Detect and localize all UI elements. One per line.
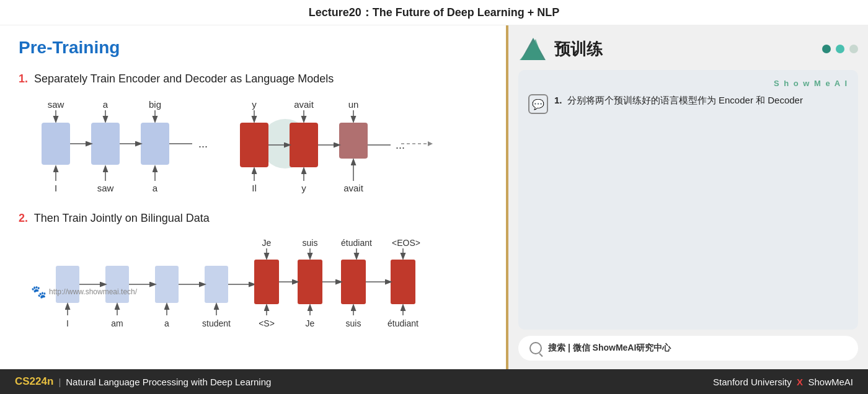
footer-x: X xyxy=(797,377,803,387)
svg-rect-7 xyxy=(91,123,120,165)
svg-rect-8 xyxy=(141,123,169,165)
svg-text:a: a xyxy=(164,318,169,328)
footer-description: Natural Language Processing with Deep Le… xyxy=(66,377,271,387)
svg-text:I: I xyxy=(55,183,57,193)
watermark-url: http://www.showmeai.tech/ xyxy=(49,287,137,296)
svg-rect-53 xyxy=(254,260,279,304)
dot-3[interactable] xyxy=(849,45,858,53)
section1-number: 1. xyxy=(19,72,28,85)
svg-text:Il: Il xyxy=(252,183,257,193)
svg-text:y: y xyxy=(301,183,306,193)
card-header-row: 💬 1. 分别将两个预训练好的语言模型作为 Encoder 和 Decoder xyxy=(528,93,848,114)
search-text: 搜索 | 微信 ShowMeAI研究中心 xyxy=(548,343,671,354)
section2-number: 2. xyxy=(19,212,28,224)
svg-text:avait: avait xyxy=(343,183,364,193)
svg-text:Je: Je xyxy=(306,318,315,328)
footer-course: CS224n xyxy=(15,375,53,388)
footer-pipe: | xyxy=(58,377,61,387)
svg-text:am: am xyxy=(111,318,123,328)
svg-rect-27 xyxy=(290,123,318,167)
svg-text:suis: suis xyxy=(346,318,361,328)
svg-text:Je: Je xyxy=(262,238,272,248)
search-bar[interactable]: 搜索 | 微信 ShowMeAI研究中心 xyxy=(518,336,858,361)
footer-university: Stanford University xyxy=(713,377,792,387)
right-header: 预训练 xyxy=(518,34,858,64)
svg-rect-6 xyxy=(42,123,70,165)
svg-rect-48 xyxy=(205,266,228,303)
chat-icon: 💬 xyxy=(528,94,548,114)
svg-text:I: I xyxy=(66,318,69,328)
slide-panel: Pre-Training 1. Separately Train Encoder… xyxy=(0,25,508,369)
svg-text:student: student xyxy=(202,318,231,328)
svg-text:saw: saw xyxy=(48,99,64,110)
svg-text:saw: saw xyxy=(97,183,114,193)
svg-text:...: ... xyxy=(198,138,208,150)
mountain-icon xyxy=(518,34,548,64)
translation-card: S h o w M e A I 💬 1. 分别将两个预训练好的语言模型作为 En… xyxy=(518,70,858,330)
svg-text:y: y xyxy=(252,99,257,110)
section1-label: Separately Train Encoder and Decoder as … xyxy=(34,72,334,85)
svg-text:<S>: <S> xyxy=(259,318,275,328)
svg-marker-40 xyxy=(428,141,433,146)
chat-icon-symbol: 💬 xyxy=(532,98,544,110)
section2: 2. Then Train Jointly on Bilingual Data xyxy=(19,212,487,225)
footer-left: CS224n | Natural Language Processing wit… xyxy=(15,375,271,388)
footer-showmeai: ShowMeAI xyxy=(808,377,853,387)
svg-text:étudiant: étudiant xyxy=(341,238,372,248)
footer-right: Stanford University X ShowMeAI xyxy=(713,377,853,387)
card-content: 1. 分别将两个预训练好的语言模型作为 Encoder 和 Decoder xyxy=(554,93,848,108)
main-content: Pre-Training 1. Separately Train Encoder… xyxy=(0,25,868,369)
pretraining-zh-title: 预训练 xyxy=(554,38,603,60)
svg-rect-56 xyxy=(391,260,415,304)
svg-text:un: un xyxy=(348,99,359,110)
watermark-icon: 🐾 xyxy=(31,284,46,299)
dot-2[interactable] xyxy=(836,45,844,53)
svg-text:suis: suis xyxy=(303,238,318,248)
svg-text:a: a xyxy=(153,183,158,193)
watermark: 🐾 http://www.showmeai.tech/ xyxy=(31,284,137,299)
right-panel: 预训练 S h o w M e A I 💬 1. 分别将两个预训练好的语言模型作… xyxy=(508,25,868,369)
svg-text:a: a xyxy=(103,99,108,110)
dots-nav xyxy=(822,45,858,53)
diagram1-svg: saw a big ... xyxy=(19,95,484,201)
card-item-1: 1. 分别将两个预训练好的语言模型作为 Encoder 和 Decoder xyxy=(554,93,848,108)
dot-1[interactable] xyxy=(822,45,831,53)
svg-rect-55 xyxy=(341,260,366,304)
svg-text:étudiant: étudiant xyxy=(388,318,418,328)
lecture-header: Lecture20：The Future of Deep Learning + … xyxy=(0,0,868,25)
lecture-title: Lecture20：The Future of Deep Learning + … xyxy=(309,6,560,19)
svg-rect-26 xyxy=(240,123,268,167)
section1: 1. Separately Train Encoder and Decoder … xyxy=(19,72,487,85)
section2-label: Then Train Jointly on Bilingual Data xyxy=(34,212,210,224)
svg-text:big: big xyxy=(149,99,161,110)
svg-text:<EOS>: <EOS> xyxy=(392,238,420,248)
footer: CS224n | Natural Language Processing wit… xyxy=(0,369,868,394)
section1-text: 1. Separately Train Encoder and Decoder … xyxy=(19,72,487,85)
slide-title: Pre-Training xyxy=(19,38,487,58)
right-title-area: 预训练 xyxy=(518,34,603,64)
svg-rect-28 xyxy=(339,123,368,159)
card-item-number: 1. xyxy=(554,95,562,105)
svg-text:...: ... xyxy=(396,139,405,151)
svg-text:avait: avait xyxy=(294,99,314,110)
svg-rect-47 xyxy=(155,266,179,303)
search-icon xyxy=(529,342,542,354)
section2-text: 2. Then Train Jointly on Bilingual Data xyxy=(19,212,487,225)
card-item-text: 分别将两个预训练好的语言模型作为 Encoder 和 Decoder xyxy=(567,95,803,105)
showmeai-label: S h o w M e A I xyxy=(528,79,848,88)
svg-rect-54 xyxy=(298,260,322,304)
